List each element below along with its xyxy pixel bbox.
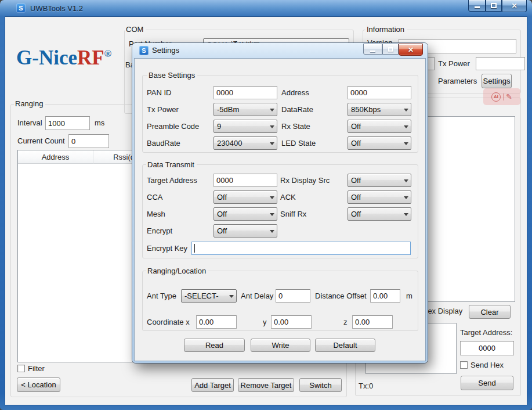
ant-delay-label: Ant Delay	[241, 289, 273, 303]
target-address-dlg-label: Target Address	[147, 174, 197, 187]
close-icon: ✕	[408, 45, 414, 55]
pan-id-input[interactable]	[213, 86, 277, 99]
switch-button[interactable]: Switch	[299, 378, 342, 392]
dialog-minimize-button[interactable]	[363, 44, 382, 55]
tx-power-select[interactable]: -5dBm	[213, 103, 277, 116]
dropdown-arrow-icon	[267, 208, 277, 220]
encrypt-value: Off	[214, 226, 267, 235]
send-button[interactable]: Send	[461, 376, 513, 390]
send-hex-checkbox[interactable]	[460, 361, 468, 369]
minimize-icon	[475, 6, 480, 8]
dialog-title[interactable]: Settings	[152, 46, 179, 55]
dropdown-arrow-icon	[401, 103, 411, 116]
encrypt-key-input[interactable]	[191, 242, 411, 255]
datarate-select[interactable]: 850Kbps	[348, 103, 411, 116]
baudrate-select[interactable]: 230400	[213, 136, 277, 150]
write-button[interactable]: Write	[251, 339, 310, 352]
dialog-maximize-button[interactable]	[382, 44, 399, 55]
ant-type-select[interactable]: -SELECT-	[181, 289, 237, 303]
column-header-address[interactable]: Address	[18, 150, 93, 164]
coordinate-z-input[interactable]	[352, 315, 393, 329]
ant-delay-input[interactable]	[276, 289, 310, 303]
coordinate-y-input[interactable]	[271, 315, 312, 329]
preamble-code-select[interactable]: 9	[213, 120, 277, 133]
baudrate-value: 230400	[214, 139, 267, 148]
distance-offset-input[interactable]	[370, 289, 400, 303]
encrypt-select[interactable]: Off	[213, 224, 277, 238]
rx-state-value: Off	[348, 122, 401, 131]
sniff-rx-select[interactable]: Off	[348, 207, 411, 221]
target-address-dlg-input[interactable]	[213, 174, 277, 187]
data-transmit-label: Data Transmit	[146, 160, 197, 169]
mesh-select[interactable]: Off	[213, 207, 277, 221]
datarate-label: DataRate	[281, 103, 313, 116]
coordinate-x-input[interactable]	[196, 315, 237, 329]
interval-label: Interval	[17, 116, 42, 130]
dropdown-arrow-icon	[267, 225, 277, 237]
coordinate-x-label: Coordinate x	[147, 315, 190, 329]
sniff-rx-label: Sniff Rx	[280, 207, 306, 221]
remove-target-button[interactable]: Remove Target	[238, 378, 294, 392]
dropdown-arrow-icon	[226, 290, 236, 302]
close-icon: ✕	[511, 1, 517, 11]
hex-display-label: Hex Display	[422, 304, 462, 318]
current-count-label: Current Count	[17, 134, 65, 148]
address-input[interactable]	[348, 86, 411, 99]
cca-select[interactable]: Off	[213, 190, 277, 204]
ai-icon: AI	[491, 92, 501, 102]
preamble-code-label: Preamble Code	[147, 120, 199, 133]
mesh-value: Off	[214, 210, 267, 218]
current-count-input[interactable]	[68, 134, 109, 148]
dropdown-arrow-icon	[267, 120, 277, 132]
dropdown-arrow-icon	[267, 191, 277, 203]
send-hex-label: Send Hex	[471, 358, 504, 372]
ack-label: ACK	[280, 190, 296, 204]
default-button[interactable]: Default	[315, 339, 375, 352]
maximize-button[interactable]	[486, 0, 502, 12]
dropdown-arrow-icon	[401, 191, 411, 203]
base-settings-label: Base Settings	[147, 71, 197, 80]
location-button[interactable]: < Location	[17, 377, 60, 392]
target-address-label: Target Address:	[460, 326, 512, 339]
pan-id-label: PAN ID	[147, 86, 171, 99]
maximize-icon	[388, 47, 393, 52]
interval-input[interactable]	[45, 116, 90, 130]
datarate-value: 850Kbps	[348, 105, 401, 114]
mesh-label: Mesh	[147, 207, 165, 221]
parameters-label: Parameters	[438, 74, 477, 88]
coordinate-y-label: y	[263, 315, 267, 329]
pencil-icon: ✎	[506, 93, 512, 100]
rx-state-select[interactable]: Off	[348, 120, 411, 133]
led-state-select[interactable]: Off	[348, 136, 411, 150]
target-address-input[interactable]	[460, 341, 514, 355]
watermark-divider	[503, 93, 504, 100]
ack-select[interactable]: Off	[348, 190, 411, 204]
add-target-button[interactable]: Add Target	[191, 378, 234, 392]
tx-power-select-label: Tx Power	[147, 103, 179, 116]
led-state-label: LED State	[281, 136, 316, 150]
cca-label: CCA	[147, 190, 162, 204]
clear-button[interactable]: Clear	[469, 305, 511, 319]
logo-registered-mark: ®	[104, 48, 112, 59]
filter-checkbox[interactable]	[17, 365, 25, 372]
rx-display-src-label: Rx Display Src	[280, 174, 330, 187]
rx-display-src-select[interactable]: Off	[348, 174, 411, 187]
read-button[interactable]: Read	[184, 339, 245, 352]
com-group-label: COM	[125, 25, 146, 34]
ranging-group-label: Ranging	[14, 99, 45, 108]
minimize-button[interactable]	[468, 0, 486, 12]
dropdown-arrow-icon	[401, 208, 411, 220]
ack-value: Off	[348, 193, 401, 202]
led-state-value: Off	[348, 139, 401, 148]
tx-power-field[interactable]	[476, 57, 525, 70]
rx-display-src-value: Off	[348, 176, 401, 185]
brand-logo: G-NiceRF®	[16, 46, 111, 70]
settings-button[interactable]: Settings	[482, 74, 512, 88]
baudrate-label: BaudRate	[147, 136, 180, 150]
filter-label: Filter	[28, 362, 45, 375]
dialog-close-button[interactable]: ✕	[399, 44, 423, 56]
dropdown-arrow-icon	[401, 174, 411, 186]
close-button[interactable]: ✕	[502, 0, 527, 12]
maximize-icon	[491, 3, 497, 8]
address-label: Address	[281, 86, 309, 99]
